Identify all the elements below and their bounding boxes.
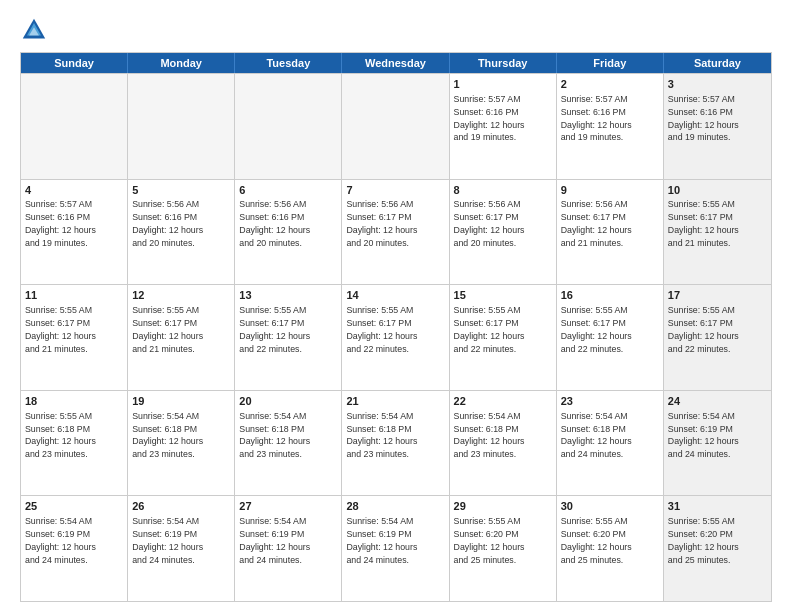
logo: [20, 16, 54, 44]
header-day-monday: Monday: [128, 53, 235, 73]
day-number: 24: [668, 394, 767, 409]
day-info: Sunrise: 5:55 AM Sunset: 6:20 PM Dayligh…: [454, 516, 525, 565]
day-cell-30: 30Sunrise: 5:55 AM Sunset: 6:20 PM Dayli…: [557, 496, 664, 601]
day-info: Sunrise: 5:55 AM Sunset: 6:17 PM Dayligh…: [25, 305, 96, 354]
day-info: Sunrise: 5:55 AM Sunset: 6:17 PM Dayligh…: [132, 305, 203, 354]
day-number: 26: [132, 499, 230, 514]
day-number: 31: [668, 499, 767, 514]
day-cell-17: 17Sunrise: 5:55 AM Sunset: 6:17 PM Dayli…: [664, 285, 771, 390]
day-number: 30: [561, 499, 659, 514]
day-number: 17: [668, 288, 767, 303]
day-number: 19: [132, 394, 230, 409]
day-info: Sunrise: 5:57 AM Sunset: 6:16 PM Dayligh…: [561, 94, 632, 143]
empty-cell: [342, 74, 449, 179]
day-number: 21: [346, 394, 444, 409]
calendar: SundayMondayTuesdayWednesdayThursdayFrid…: [20, 52, 772, 602]
day-info: Sunrise: 5:54 AM Sunset: 6:19 PM Dayligh…: [346, 516, 417, 565]
day-number: 22: [454, 394, 552, 409]
day-cell-16: 16Sunrise: 5:55 AM Sunset: 6:17 PM Dayli…: [557, 285, 664, 390]
day-number: 5: [132, 183, 230, 198]
day-number: 13: [239, 288, 337, 303]
calendar-header: SundayMondayTuesdayWednesdayThursdayFrid…: [21, 53, 771, 73]
day-info: Sunrise: 5:55 AM Sunset: 6:20 PM Dayligh…: [561, 516, 632, 565]
day-cell-5: 5Sunrise: 5:56 AM Sunset: 6:16 PM Daylig…: [128, 180, 235, 285]
day-info: Sunrise: 5:55 AM Sunset: 6:17 PM Dayligh…: [668, 199, 739, 248]
logo-icon: [20, 16, 48, 44]
day-info: Sunrise: 5:54 AM Sunset: 6:19 PM Dayligh…: [132, 516, 203, 565]
calendar-row-4: 25Sunrise: 5:54 AM Sunset: 6:19 PM Dayli…: [21, 495, 771, 601]
day-number: 4: [25, 183, 123, 198]
calendar-row-1: 4Sunrise: 5:57 AM Sunset: 6:16 PM Daylig…: [21, 179, 771, 285]
day-cell-9: 9Sunrise: 5:56 AM Sunset: 6:17 PM Daylig…: [557, 180, 664, 285]
day-cell-14: 14Sunrise: 5:55 AM Sunset: 6:17 PM Dayli…: [342, 285, 449, 390]
day-number: 6: [239, 183, 337, 198]
header-day-wednesday: Wednesday: [342, 53, 449, 73]
header-day-tuesday: Tuesday: [235, 53, 342, 73]
day-info: Sunrise: 5:55 AM Sunset: 6:17 PM Dayligh…: [668, 305, 739, 354]
day-info: Sunrise: 5:56 AM Sunset: 6:16 PM Dayligh…: [132, 199, 203, 248]
day-cell-18: 18Sunrise: 5:55 AM Sunset: 6:18 PM Dayli…: [21, 391, 128, 496]
empty-cell: [21, 74, 128, 179]
header-day-friday: Friday: [557, 53, 664, 73]
day-info: Sunrise: 5:56 AM Sunset: 6:17 PM Dayligh…: [346, 199, 417, 248]
day-number: 28: [346, 499, 444, 514]
day-info: Sunrise: 5:54 AM Sunset: 6:18 PM Dayligh…: [239, 411, 310, 460]
day-info: Sunrise: 5:55 AM Sunset: 6:17 PM Dayligh…: [454, 305, 525, 354]
day-cell-3: 3Sunrise: 5:57 AM Sunset: 6:16 PM Daylig…: [664, 74, 771, 179]
day-cell-25: 25Sunrise: 5:54 AM Sunset: 6:19 PM Dayli…: [21, 496, 128, 601]
day-info: Sunrise: 5:54 AM Sunset: 6:18 PM Dayligh…: [346, 411, 417, 460]
day-info: Sunrise: 5:55 AM Sunset: 6:17 PM Dayligh…: [239, 305, 310, 354]
day-info: Sunrise: 5:55 AM Sunset: 6:17 PM Dayligh…: [561, 305, 632, 354]
day-cell-28: 28Sunrise: 5:54 AM Sunset: 6:19 PM Dayli…: [342, 496, 449, 601]
header-day-sunday: Sunday: [21, 53, 128, 73]
day-info: Sunrise: 5:54 AM Sunset: 6:18 PM Dayligh…: [454, 411, 525, 460]
day-info: Sunrise: 5:56 AM Sunset: 6:17 PM Dayligh…: [561, 199, 632, 248]
day-info: Sunrise: 5:55 AM Sunset: 6:20 PM Dayligh…: [668, 516, 739, 565]
day-cell-24: 24Sunrise: 5:54 AM Sunset: 6:19 PM Dayli…: [664, 391, 771, 496]
day-number: 12: [132, 288, 230, 303]
day-info: Sunrise: 5:54 AM Sunset: 6:19 PM Dayligh…: [25, 516, 96, 565]
day-cell-20: 20Sunrise: 5:54 AM Sunset: 6:18 PM Dayli…: [235, 391, 342, 496]
calendar-row-3: 18Sunrise: 5:55 AM Sunset: 6:18 PM Dayli…: [21, 390, 771, 496]
day-number: 25: [25, 499, 123, 514]
day-cell-29: 29Sunrise: 5:55 AM Sunset: 6:20 PM Dayli…: [450, 496, 557, 601]
day-number: 9: [561, 183, 659, 198]
day-cell-2: 2Sunrise: 5:57 AM Sunset: 6:16 PM Daylig…: [557, 74, 664, 179]
calendar-row-2: 11Sunrise: 5:55 AM Sunset: 6:17 PM Dayli…: [21, 284, 771, 390]
calendar-body: 1Sunrise: 5:57 AM Sunset: 6:16 PM Daylig…: [21, 73, 771, 601]
day-cell-7: 7Sunrise: 5:56 AM Sunset: 6:17 PM Daylig…: [342, 180, 449, 285]
day-cell-23: 23Sunrise: 5:54 AM Sunset: 6:18 PM Dayli…: [557, 391, 664, 496]
day-info: Sunrise: 5:57 AM Sunset: 6:16 PM Dayligh…: [668, 94, 739, 143]
day-info: Sunrise: 5:54 AM Sunset: 6:19 PM Dayligh…: [239, 516, 310, 565]
day-cell-4: 4Sunrise: 5:57 AM Sunset: 6:16 PM Daylig…: [21, 180, 128, 285]
day-cell-11: 11Sunrise: 5:55 AM Sunset: 6:17 PM Dayli…: [21, 285, 128, 390]
day-cell-31: 31Sunrise: 5:55 AM Sunset: 6:20 PM Dayli…: [664, 496, 771, 601]
day-number: 15: [454, 288, 552, 303]
day-number: 27: [239, 499, 337, 514]
day-number: 1: [454, 77, 552, 92]
day-info: Sunrise: 5:57 AM Sunset: 6:16 PM Dayligh…: [454, 94, 525, 143]
day-cell-26: 26Sunrise: 5:54 AM Sunset: 6:19 PM Dayli…: [128, 496, 235, 601]
day-info: Sunrise: 5:54 AM Sunset: 6:18 PM Dayligh…: [132, 411, 203, 460]
day-cell-27: 27Sunrise: 5:54 AM Sunset: 6:19 PM Dayli…: [235, 496, 342, 601]
day-number: 23: [561, 394, 659, 409]
calendar-row-0: 1Sunrise: 5:57 AM Sunset: 6:16 PM Daylig…: [21, 73, 771, 179]
day-number: 7: [346, 183, 444, 198]
day-number: 18: [25, 394, 123, 409]
day-info: Sunrise: 5:55 AM Sunset: 6:17 PM Dayligh…: [346, 305, 417, 354]
day-number: 8: [454, 183, 552, 198]
day-number: 20: [239, 394, 337, 409]
day-info: Sunrise: 5:56 AM Sunset: 6:16 PM Dayligh…: [239, 199, 310, 248]
day-number: 11: [25, 288, 123, 303]
empty-cell: [128, 74, 235, 179]
day-cell-21: 21Sunrise: 5:54 AM Sunset: 6:18 PM Dayli…: [342, 391, 449, 496]
day-cell-15: 15Sunrise: 5:55 AM Sunset: 6:17 PM Dayli…: [450, 285, 557, 390]
day-number: 2: [561, 77, 659, 92]
day-cell-22: 22Sunrise: 5:54 AM Sunset: 6:18 PM Dayli…: [450, 391, 557, 496]
day-number: 29: [454, 499, 552, 514]
day-number: 10: [668, 183, 767, 198]
day-cell-10: 10Sunrise: 5:55 AM Sunset: 6:17 PM Dayli…: [664, 180, 771, 285]
day-cell-19: 19Sunrise: 5:54 AM Sunset: 6:18 PM Dayli…: [128, 391, 235, 496]
day-cell-12: 12Sunrise: 5:55 AM Sunset: 6:17 PM Dayli…: [128, 285, 235, 390]
day-cell-1: 1Sunrise: 5:57 AM Sunset: 6:16 PM Daylig…: [450, 74, 557, 179]
